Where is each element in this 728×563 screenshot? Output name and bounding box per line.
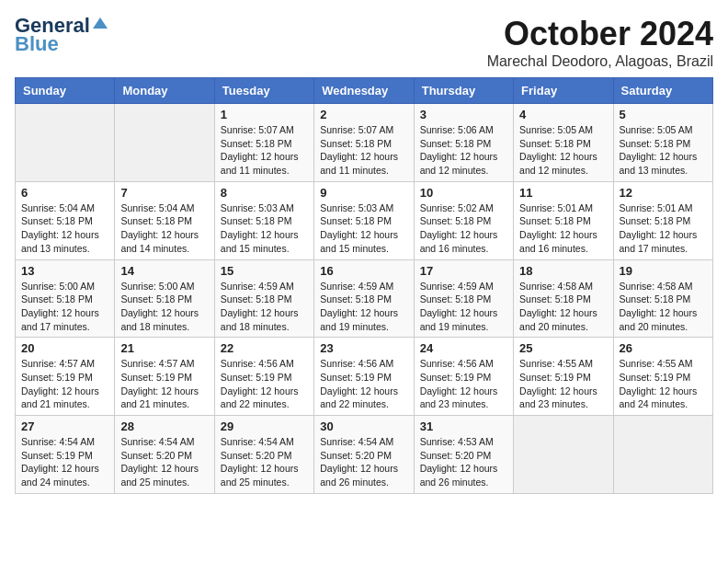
day-info: Sunrise: 5:00 AMSunset: 5:18 PMDaylight:… (120, 280, 208, 334)
calendar-cell: 9Sunrise: 5:03 AMSunset: 5:18 PMDaylight… (314, 181, 414, 259)
calendar-cell (16, 104, 115, 182)
day-number: 24 (420, 341, 507, 355)
calendar-cell (514, 416, 613, 494)
calendar-cell: 21Sunrise: 4:57 AMSunset: 5:19 PMDayligh… (115, 338, 214, 416)
day-number: 15 (221, 264, 308, 278)
calendar-cell: 28Sunrise: 4:54 AMSunset: 5:20 PMDayligh… (115, 416, 214, 494)
day-info: Sunrise: 5:07 AMSunset: 5:18 PMDaylight:… (320, 123, 407, 178)
calendar-cell: 22Sunrise: 4:56 AMSunset: 5:19 PMDayligh… (214, 338, 313, 416)
day-info: Sunrise: 4:58 AMSunset: 5:18 PMDaylight:… (519, 280, 607, 334)
day-number: 19 (620, 264, 707, 278)
day-info: Sunrise: 5:04 AMSunset: 5:18 PMDaylight:… (21, 201, 108, 256)
day-number: 27 (21, 419, 108, 433)
calendar-cell: 1Sunrise: 5:07 AMSunset: 5:18 PMDaylight… (214, 104, 313, 182)
day-number: 16 (320, 264, 407, 278)
calendar-cell: 20Sunrise: 4:57 AMSunset: 5:19 PMDayligh… (16, 338, 115, 416)
day-info: Sunrise: 5:01 AMSunset: 5:18 PMDaylight:… (620, 201, 707, 256)
logo-blue: Blue (15, 33, 59, 55)
calendar-cell: 31Sunrise: 4:53 AMSunset: 5:20 PMDayligh… (414, 416, 513, 494)
day-number: 5 (620, 108, 707, 121)
day-number: 8 (221, 186, 308, 200)
day-info: Sunrise: 4:58 AMSunset: 5:18 PMDaylight:… (620, 280, 707, 334)
day-number: 14 (120, 264, 208, 278)
calendar-cell: 27Sunrise: 4:54 AMSunset: 5:19 PMDayligh… (16, 416, 115, 494)
week-row-4: 20Sunrise: 4:57 AMSunset: 5:19 PMDayligh… (16, 338, 713, 416)
title-block: October 2024 Marechal Deodoro, Alagoas, … (487, 15, 713, 70)
day-info: Sunrise: 4:57 AMSunset: 5:19 PMDaylight:… (21, 357, 108, 411)
day-info: Sunrise: 4:55 AMSunset: 5:19 PMDaylight:… (620, 357, 707, 411)
day-number: 22 (221, 341, 308, 355)
day-number: 28 (120, 419, 208, 433)
day-number: 25 (519, 341, 607, 355)
weekday-header-saturday: Saturday (613, 78, 712, 104)
calendar-cell: 23Sunrise: 4:56 AMSunset: 5:19 PMDayligh… (314, 338, 414, 416)
week-row-1: 1Sunrise: 5:07 AMSunset: 5:18 PMDaylight… (16, 104, 713, 182)
calendar-cell: 8Sunrise: 5:03 AMSunset: 5:18 PMDaylight… (214, 181, 313, 259)
day-info: Sunrise: 4:55 AMSunset: 5:19 PMDaylight:… (519, 357, 607, 411)
calendar-cell: 19Sunrise: 4:58 AMSunset: 5:18 PMDayligh… (613, 259, 712, 338)
calendar-cell: 30Sunrise: 4:54 AMSunset: 5:20 PMDayligh… (314, 416, 414, 494)
weekday-header-wednesday: Wednesday (314, 78, 414, 104)
day-info: Sunrise: 5:05 AMSunset: 5:18 PMDaylight:… (519, 123, 607, 178)
day-info: Sunrise: 4:54 AMSunset: 5:20 PMDaylight:… (221, 435, 308, 489)
month-title: October 2024 (487, 15, 713, 53)
calendar-cell: 29Sunrise: 4:54 AMSunset: 5:20 PMDayligh… (214, 416, 313, 494)
weekday-header-monday: Monday (115, 78, 214, 104)
day-number: 18 (519, 264, 607, 278)
calendar-cell: 14Sunrise: 5:00 AMSunset: 5:18 PMDayligh… (115, 259, 214, 338)
day-info: Sunrise: 5:03 AMSunset: 5:18 PMDaylight:… (221, 201, 308, 256)
day-info: Sunrise: 4:56 AMSunset: 5:19 PMDaylight:… (221, 357, 308, 411)
day-info: Sunrise: 4:59 AMSunset: 5:18 PMDaylight:… (320, 280, 407, 334)
page-header: General Blue October 2024 Marechal Deodo… (15, 15, 713, 70)
week-row-3: 13Sunrise: 5:00 AMSunset: 5:18 PMDayligh… (16, 259, 713, 338)
day-number: 7 (120, 186, 208, 200)
svg-marker-0 (93, 17, 108, 29)
calendar-table: SundayMondayTuesdayWednesdayThursdayFrid… (15, 77, 713, 494)
day-info: Sunrise: 5:06 AMSunset: 5:18 PMDaylight:… (420, 123, 507, 178)
calendar-cell (613, 416, 712, 494)
calendar-cell: 11Sunrise: 5:01 AMSunset: 5:18 PMDayligh… (514, 181, 613, 259)
day-info: Sunrise: 4:56 AMSunset: 5:19 PMDaylight:… (420, 357, 507, 411)
calendar-cell: 24Sunrise: 4:56 AMSunset: 5:19 PMDayligh… (414, 338, 513, 416)
calendar-cell: 15Sunrise: 4:59 AMSunset: 5:18 PMDayligh… (214, 259, 313, 338)
day-number: 30 (320, 419, 407, 433)
weekday-header-thursday: Thursday (414, 78, 513, 104)
day-number: 26 (620, 341, 707, 355)
week-row-2: 6Sunrise: 5:04 AMSunset: 5:18 PMDaylight… (16, 181, 713, 259)
calendar-cell: 7Sunrise: 5:04 AMSunset: 5:18 PMDaylight… (115, 181, 214, 259)
logo: General Blue (15, 15, 108, 55)
day-number: 3 (420, 108, 507, 121)
weekday-header-row: SundayMondayTuesdayWednesdayThursdayFrid… (16, 78, 713, 104)
day-number: 29 (221, 419, 308, 433)
calendar-cell: 10Sunrise: 5:02 AMSunset: 5:18 PMDayligh… (414, 181, 513, 259)
day-info: Sunrise: 5:01 AMSunset: 5:18 PMDaylight:… (519, 201, 607, 256)
weekday-header-sunday: Sunday (16, 78, 115, 104)
day-number: 9 (320, 186, 407, 200)
day-info: Sunrise: 5:04 AMSunset: 5:18 PMDaylight:… (120, 201, 208, 256)
day-info: Sunrise: 5:05 AMSunset: 5:18 PMDaylight:… (620, 123, 707, 178)
calendar-cell: 13Sunrise: 5:00 AMSunset: 5:18 PMDayligh… (16, 259, 115, 338)
day-info: Sunrise: 4:54 AMSunset: 5:20 PMDaylight:… (320, 435, 407, 489)
calendar-cell: 18Sunrise: 4:58 AMSunset: 5:18 PMDayligh… (514, 259, 613, 338)
day-number: 11 (519, 186, 607, 200)
calendar-cell: 17Sunrise: 4:59 AMSunset: 5:18 PMDayligh… (414, 259, 513, 338)
location-title: Marechal Deodoro, Alagoas, Brazil (487, 53, 713, 70)
day-number: 20 (21, 341, 108, 355)
day-info: Sunrise: 5:07 AMSunset: 5:18 PMDaylight:… (221, 123, 308, 178)
day-info: Sunrise: 4:53 AMSunset: 5:20 PMDaylight:… (420, 435, 507, 489)
day-number: 17 (420, 264, 507, 278)
day-number: 6 (21, 186, 108, 200)
day-number: 12 (620, 186, 707, 200)
weekday-header-tuesday: Tuesday (214, 78, 313, 104)
day-info: Sunrise: 4:54 AMSunset: 5:19 PMDaylight:… (21, 435, 108, 489)
calendar-cell: 2Sunrise: 5:07 AMSunset: 5:18 PMDaylight… (314, 104, 414, 182)
week-row-5: 27Sunrise: 4:54 AMSunset: 5:19 PMDayligh… (16, 416, 713, 494)
day-number: 21 (120, 341, 208, 355)
calendar-cell: 26Sunrise: 4:55 AMSunset: 5:19 PMDayligh… (613, 338, 712, 416)
day-info: Sunrise: 5:02 AMSunset: 5:18 PMDaylight:… (420, 201, 507, 256)
day-info: Sunrise: 4:57 AMSunset: 5:19 PMDaylight:… (120, 357, 208, 411)
calendar-cell: 25Sunrise: 4:55 AMSunset: 5:19 PMDayligh… (514, 338, 613, 416)
calendar-cell: 5Sunrise: 5:05 AMSunset: 5:18 PMDaylight… (613, 104, 712, 182)
day-info: Sunrise: 4:59 AMSunset: 5:18 PMDaylight:… (221, 280, 308, 334)
day-number: 31 (420, 419, 507, 433)
